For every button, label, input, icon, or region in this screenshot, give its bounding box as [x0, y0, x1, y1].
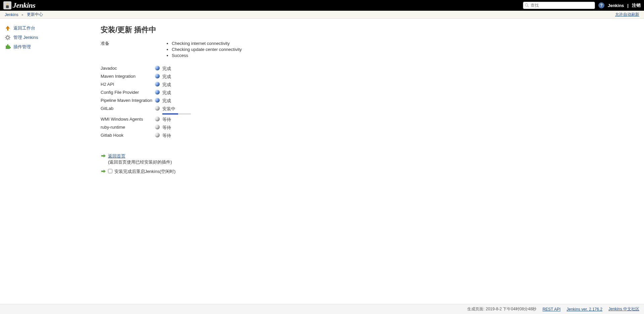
install-progress-fill — [162, 113, 178, 115]
gear-icon — [5, 35, 11, 41]
right-arrow-icon — [101, 169, 106, 174]
plugin-row: Javadoc完成 — [101, 65, 245, 73]
breadcrumb-separator: ▸ — [22, 13, 23, 16]
sidebar-item-label: 返回工作台 — [13, 25, 35, 31]
svg-line-12 — [9, 36, 10, 37]
logo[interactable]: Jenkins — [3, 1, 35, 10]
plugin-status: 完成 — [162, 81, 245, 89]
sidebar-item-manage[interactable]: 管理 Jenkins — [5, 33, 89, 42]
page-title: 安装/更新 插件中 — [101, 25, 637, 35]
plugin-status-text: 完成 — [162, 90, 171, 95]
plugin-status-icon-cell — [155, 124, 162, 132]
plugin-row: H2 API完成 — [101, 81, 245, 89]
install-progress-table: 准备 Checking internet connectivity Checki… — [101, 40, 245, 140]
plugin-status-text: 完成 — [162, 98, 171, 103]
puzzle-icon — [5, 44, 11, 50]
status-ball-grey-icon — [155, 125, 160, 129]
plugin-status: 等待 — [162, 132, 245, 140]
sidebar-item-label: 管理 Jenkins — [13, 35, 38, 41]
svg-rect-1 — [6, 5, 9, 8]
help-icon[interactable]: ? — [598, 2, 604, 8]
plugin-row: Config File Provider完成 — [101, 89, 245, 97]
status-ball-blue-icon — [155, 98, 160, 103]
plugin-name: Javadoc — [101, 65, 155, 73]
plugin-name: WMI Windows Agents — [101, 116, 155, 124]
plugin-name: GitLab — [101, 105, 155, 116]
plugin-status: 等待 — [162, 116, 245, 124]
return-home-link[interactable]: 返回首页 — [108, 153, 125, 159]
search-box — [523, 2, 595, 9]
right-arrow-icon — [101, 153, 106, 159]
plugin-status: 安装中 — [162, 105, 245, 116]
status-ball-blue-icon — [155, 82, 160, 86]
sidebar-item-back[interactable]: 返回工作台 — [5, 23, 89, 33]
plugin-name: Maven Integration — [101, 73, 155, 81]
svg-line-9 — [6, 36, 7, 37]
prepare-row: 准备 Checking internet connectivity Checki… — [101, 40, 245, 60]
status-ball-grey-icon — [155, 133, 160, 137]
logout-link[interactable]: 注销 — [632, 2, 641, 8]
plugin-status-text: 完成 — [162, 82, 171, 87]
plugin-name: H2 API — [101, 81, 155, 89]
restart-label: 安装完成后重启Jenkins(空闲时) — [114, 169, 176, 174]
community-link[interactable]: Jenkins 中文社区 — [608, 306, 639, 312]
svg-line-11 — [6, 39, 7, 40]
plugin-status: 完成 — [162, 65, 245, 73]
status-ball-blue-icon — [155, 90, 160, 95]
sidebar-item-label: 插件管理 — [13, 44, 31, 50]
main-panel: 安装/更新 插件中 准备 Checking internet connectiv… — [94, 19, 644, 304]
auto-refresh-link[interactable]: 允许自动刷新 — [615, 12, 639, 17]
plugin-status-icon-cell — [155, 132, 162, 140]
header-separator: | — [627, 3, 629, 8]
prepare-label: 准备 — [101, 40, 155, 60]
svg-point-0 — [6, 3, 9, 6]
prepare-step: Checking update center connectivity — [172, 47, 242, 53]
top-header: Jenkins ? Jenkins | 注销 — [0, 0, 644, 11]
plugin-status: 完成 — [162, 89, 245, 97]
status-ball-blue-icon — [155, 74, 160, 78]
breadcrumb-current[interactable]: 更新中心 — [27, 12, 43, 17]
plugin-status-icon-cell — [155, 81, 162, 89]
plugin-row: Maven Integration完成 — [101, 73, 245, 81]
return-home-row: 返回首页 (返回首页使用已经安装好的插件) — [101, 153, 637, 165]
logo-text: Jenkins — [13, 1, 35, 10]
prepare-steps: Checking internet connectivity Checking … — [172, 41, 242, 59]
search-input[interactable] — [523, 2, 595, 9]
plugin-status: 完成 — [162, 97, 245, 105]
plugin-status-text: 等待 — [162, 117, 171, 122]
status-ball-grey-icon — [155, 106, 160, 111]
plugin-status: 等待 — [162, 124, 245, 132]
svg-line-3 — [528, 6, 529, 7]
plugin-row: Gitlab Hook等待 — [101, 132, 245, 140]
plugin-row: ruby-runtime等待 — [101, 124, 245, 132]
search-icon — [525, 3, 529, 8]
plugin-name: Pipeline Maven Integration — [101, 97, 155, 105]
rest-api-link[interactable]: REST API — [542, 307, 560, 312]
jenkins-logo-icon — [3, 1, 11, 9]
plugin-status-icon-cell — [155, 97, 162, 105]
sidebar: 返回工作台 管理 Jenkins 插件管理 — [0, 19, 94, 304]
restart-checkbox[interactable] — [108, 169, 112, 173]
prepare-step: Success — [172, 53, 242, 59]
plugin-status-icon-cell — [155, 105, 162, 116]
plugin-status-text: 等待 — [162, 125, 171, 130]
up-arrow-icon — [5, 25, 11, 31]
svg-point-2 — [525, 4, 528, 6]
plugin-status-text: 等待 — [162, 133, 171, 138]
plugin-status-icon-cell — [155, 89, 162, 97]
plugin-row: Pipeline Maven Integration完成 — [101, 97, 245, 105]
generated-timestamp: 生成页面: 2019-8-2 下午04时08分48秒 — [467, 306, 536, 312]
version-link[interactable]: Jenkins ver. 2.176.2 — [567, 307, 602, 312]
status-ball-grey-icon — [155, 117, 160, 121]
install-progress-bar — [162, 113, 191, 115]
prepare-step: Checking internet connectivity — [172, 41, 242, 47]
plugin-name: ruby-runtime — [101, 124, 155, 132]
plugin-status-icon-cell — [155, 65, 162, 73]
return-home-note: (返回首页使用已经安装好的插件) — [108, 160, 172, 165]
breadcrumb-root[interactable]: Jenkins — [5, 12, 18, 17]
plugin-name: Gitlab Hook — [101, 132, 155, 140]
plugin-status: 完成 — [162, 73, 245, 81]
user-link[interactable]: Jenkins — [608, 3, 624, 8]
svg-line-10 — [9, 39, 10, 40]
sidebar-item-plugins[interactable]: 插件管理 — [5, 42, 89, 52]
